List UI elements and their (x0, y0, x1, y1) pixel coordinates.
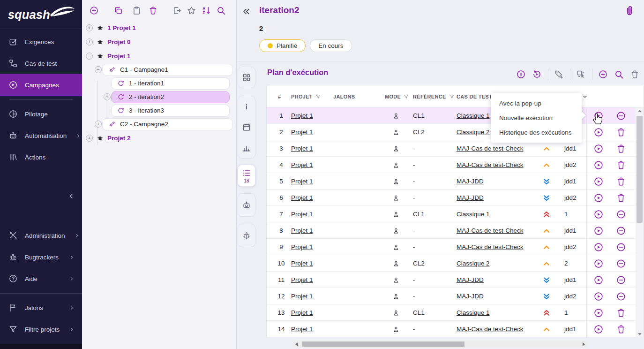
tree-project-label[interactable]: Projet 1 (107, 53, 131, 60)
remove-button[interactable] (616, 274, 628, 286)
test-case-link[interactable]: MAJ-Cas de test-Check (457, 243, 524, 250)
test-case-link[interactable]: MAJ-JDD (457, 276, 484, 283)
rail-tab-automation[interactable] (239, 196, 255, 214)
export-button[interactable] (172, 5, 182, 15)
scroll-left-arrow[interactable] (293, 341, 300, 348)
tree-node-card[interactable]: C2 - Campagne2 (102, 118, 233, 130)
rail-tab-dashboard[interactable] (239, 68, 255, 87)
execute-button[interactable] (593, 307, 605, 319)
project-link[interactable]: Projet 1 (291, 129, 313, 136)
remove-button[interactable] (616, 241, 628, 253)
execute-button[interactable] (593, 258, 605, 269)
project-link[interactable]: Projet 1 (291, 326, 313, 333)
remove-button[interactable] (616, 110, 628, 121)
test-case-link[interactable]: Classique 2 (457, 260, 490, 267)
project-link[interactable]: Projet 1 (291, 178, 313, 185)
sidebar-item-pilotage[interactable]: Pilotage (0, 103, 82, 125)
project-link[interactable]: Projet 1 (291, 276, 313, 283)
execute-button[interactable] (593, 192, 605, 204)
expand-toggle[interactable]: + (86, 135, 93, 142)
delete-button[interactable] (616, 143, 628, 154)
rail-tab-execution-plan[interactable]: 18 (239, 167, 255, 185)
column-header-jalons[interactable]: JALONS (333, 85, 355, 107)
sidebar-item-administration[interactable]: Administration (0, 225, 82, 246)
test-case-link[interactable]: Classique 1 (457, 112, 490, 119)
favorites-button[interactable] (187, 5, 197, 15)
add-tag-button[interactable] (554, 69, 564, 79)
project-link[interactable]: Projet 1 (291, 211, 313, 218)
search-button[interactable] (614, 69, 624, 79)
sidebar-item-exigences[interactable]: Exigences (0, 31, 82, 53)
tree-node-card[interactable]: 2 - iteration2 (111, 91, 230, 103)
execute-button[interactable] (593, 110, 605, 121)
new-node-button[interactable] (89, 5, 99, 15)
delete-button[interactable] (616, 126, 628, 138)
project-link[interactable]: Projet 1 (291, 227, 313, 234)
tree-node-card[interactable]: 3 - iteration3 (111, 105, 230, 117)
expand-toggle[interactable]: + (86, 38, 93, 46)
delete-button[interactable] (616, 192, 628, 204)
project-link[interactable]: Projet 1 (291, 194, 313, 201)
execute-button[interactable] (593, 208, 605, 220)
scroll-up-arrow[interactable] (636, 107, 644, 114)
tree-project-label[interactable]: 1 Projet 1 (107, 24, 136, 31)
execute-button[interactable] (593, 159, 605, 171)
rail-tab-statistics[interactable] (239, 138, 255, 157)
test-case-link[interactable]: MAJ-Cas de test-Check (457, 326, 524, 333)
remove-button[interactable] (616, 208, 628, 220)
test-case-link[interactable]: Classique 1 (457, 211, 490, 218)
rail-tab-planning[interactable] (239, 118, 255, 137)
copy-button[interactable] (113, 5, 124, 15)
sidebar-item-campagnes[interactable]: Campagnes (0, 74, 82, 96)
delete-button[interactable] (630, 69, 640, 79)
attachments-button[interactable] (622, 4, 637, 18)
collapse-toggle[interactable]: − (86, 53, 93, 60)
collapse-tree-button[interactable] (240, 6, 252, 18)
execute-button[interactable] (593, 175, 605, 187)
project-link[interactable]: Projet 1 (291, 145, 313, 152)
tree-node-card[interactable]: C1 - Campagne1 (102, 64, 233, 76)
sidebar-collapse-button[interactable] (65, 190, 77, 203)
project-link[interactable]: Projet 1 (291, 293, 313, 300)
resume-executions-button[interactable] (532, 69, 542, 79)
delete-button[interactable] (616, 323, 628, 335)
remove-button[interactable] (616, 290, 628, 302)
remove-button[interactable] (616, 258, 628, 269)
multi-select-button[interactable] (576, 69, 586, 79)
tree-node-card[interactable]: 1 - iteration1 (111, 77, 230, 90)
execute-button[interactable] (593, 290, 605, 302)
context-menu-item-nouvelle-execution[interactable]: Nouvelle exécution (491, 111, 582, 125)
column-header-reference[interactable]: RÉFÉRENCE (413, 85, 455, 107)
column-header-projet[interactable]: PROJET (291, 85, 321, 107)
sidebar-item-cas-de-test[interactable]: Cas de test (0, 53, 82, 74)
tree-project-label[interactable]: Projet 0 (107, 38, 131, 46)
sidebar-item-filtre-projets[interactable]: Filtre projets (0, 319, 82, 340)
scroll-right-arrow[interactable] (580, 341, 587, 348)
search-button[interactable] (216, 5, 226, 15)
sidebar-item-bugtrackers[interactable]: Bugtrackers (0, 246, 82, 268)
execute-button[interactable] (593, 225, 605, 236)
execute-button[interactable] (593, 323, 605, 335)
project-link[interactable]: Projet 1 (291, 112, 313, 119)
rail-tab-issues[interactable] (239, 226, 255, 245)
test-case-link[interactable]: MAJ-JDD (457, 293, 484, 300)
execute-button[interactable] (593, 241, 605, 253)
project-link[interactable]: Projet 1 (291, 260, 313, 267)
remove-button[interactable] (616, 225, 628, 236)
tree-project-label[interactable]: Projet 2 (107, 135, 131, 142)
sidebar-item-automatisation[interactable]: Automatisation (0, 125, 82, 146)
delete-button[interactable] (616, 307, 628, 319)
test-case-link[interactable]: MAJ-Cas de test-Check (457, 161, 524, 168)
context-menu-item-avec-la-pop-up[interactable]: Avec la pop-up (491, 96, 582, 111)
sidebar-item-aide[interactable]: Aide (0, 268, 82, 289)
column-header-num[interactable]: # (278, 85, 281, 107)
column-header-mode[interactable]: MODE (385, 85, 409, 107)
paste-button[interactable] (132, 5, 142, 15)
pause-button[interactable] (516, 69, 526, 79)
test-case-link[interactable]: Classique 1 (457, 309, 490, 316)
collapse-toggle[interactable]: − (95, 66, 102, 73)
project-link[interactable]: Projet 1 (291, 161, 313, 168)
sidebar-item-actions[interactable]: Actions (0, 146, 82, 168)
scroll-down-arrow[interactable] (636, 331, 644, 337)
test-case-link[interactable]: MAJ-Cas de test-Check (457, 227, 524, 234)
